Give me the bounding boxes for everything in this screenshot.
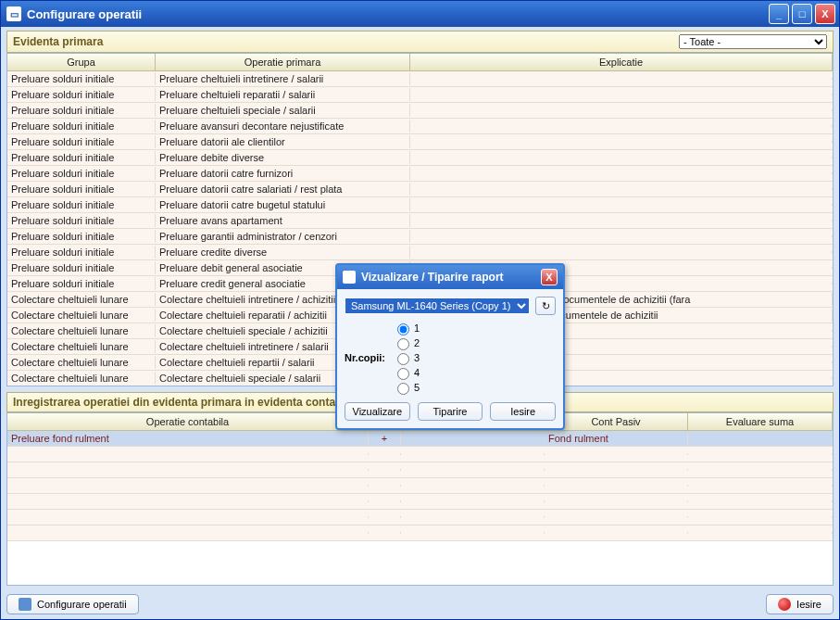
table-row[interactable]: Preluare solduri initialePreluare credit… <box>7 245 833 260</box>
cell-explicatie <box>410 78 833 80</box>
cell-operatie: Preluare credite diverse <box>156 246 410 259</box>
cell-operatie: Preluare garantii administrator / cenzor… <box>156 230 410 243</box>
cell-op-contabila: Preluare fond rulment <box>7 432 369 445</box>
dialog-exit-button[interactable]: Iesire <box>490 402 556 421</box>
dialog-close-button[interactable]: X <box>541 269 558 285</box>
cell-cont-activ <box>401 485 545 487</box>
cell-operatie: Preluare cheltuieli reparatii / salarii <box>156 88 410 101</box>
cell-cont-activ <box>401 469 545 471</box>
cell-cont-activ <box>401 532 545 534</box>
col-cont-pasiv[interactable]: Cont Pasiv <box>545 413 688 430</box>
cell-operatie: Preluare avansuri decontare nejustificat… <box>156 120 410 133</box>
table-row[interactable]: Preluare solduri initialePreluare datori… <box>7 197 833 213</box>
titlebar: ▭ Configurare operatii _ □ X <box>1 1 839 27</box>
minimize-button[interactable]: _ <box>769 4 789 24</box>
cell-plus-minus: + <box>369 432 401 445</box>
dialog-body: Samsung ML-1640 Series (Copy 1) ↻ Nr.cop… <box>337 289 563 428</box>
cell-operatie: Preluare datorii catre salariati / rest … <box>156 183 410 196</box>
footer: Configurare operatii Iesire <box>1 589 839 619</box>
cell-plus-minus <box>369 500 401 502</box>
cell-evaluare <box>688 453 833 455</box>
cell-grupa: Colectare cheltuieli lunare <box>7 324 156 337</box>
cell-grupa: Preluare solduri initiale <box>7 230 156 243</box>
cell-cont-pasiv <box>545 453 688 455</box>
top-panel-header: Evidenta primara - Toate - <box>6 31 834 53</box>
cell-grupa: Colectare cheltuieli lunare <box>7 372 156 385</box>
table-row[interactable]: Preluare solduri initialePreluare debite… <box>7 150 833 166</box>
close-button[interactable]: X <box>815 4 835 24</box>
cell-cont-activ <box>401 453 545 455</box>
cell-explicatie <box>410 125 833 127</box>
cell-explicatie <box>410 220 833 221</box>
print-button[interactable]: Tiparire <box>418 402 483 421</box>
col-evaluare[interactable]: Evaluare suma <box>688 413 833 430</box>
col-op-contabila[interactable]: Operatie contabila <box>7 413 369 430</box>
cell-op-contabila <box>7 453 369 455</box>
cell-cont-pasiv <box>545 532 688 534</box>
table-row[interactable] <box>7 478 833 494</box>
table-row[interactable]: Preluare solduri initialePreluare cheltu… <box>7 87 833 103</box>
cell-evaluare <box>688 437 833 439</box>
gear-icon <box>19 598 31 611</box>
table-row[interactable]: Preluare solduri initialePreluare datori… <box>7 134 833 150</box>
table-row[interactable]: Preluare solduri initialePreluare cheltu… <box>7 103 833 119</box>
table-row[interactable] <box>7 494 833 510</box>
cell-operatie: Preluare cheltuieli speciale / salarii <box>156 104 410 117</box>
col-explicatie[interactable]: Explicatie <box>410 54 833 70</box>
exit-button[interactable]: Iesire <box>766 594 834 614</box>
dialog-title: Vizualizare / Tiparire raport <box>361 271 504 284</box>
printer-select[interactable]: Samsung ML-1640 Series (Copy 1) <box>345 297 530 314</box>
cell-plus-minus <box>369 485 401 487</box>
table-row[interactable] <box>7 462 833 478</box>
cell-grupa: Preluare solduri initiale <box>7 183 156 196</box>
filter-select[interactable]: - Toate - <box>679 34 827 49</box>
cell-evaluare <box>688 500 833 502</box>
copies-radio[interactable] <box>397 353 409 365</box>
table-row[interactable]: Preluare solduri initialePreluare cheltu… <box>7 71 833 87</box>
cell-op-contabila <box>7 500 369 502</box>
cell-plus-minus <box>369 469 401 471</box>
refresh-button[interactable]: ↻ <box>535 297 556 315</box>
cell-grupa: Preluare solduri initiale <box>7 104 156 117</box>
power-icon <box>778 598 791 611</box>
bottom-grid-body[interactable]: Preluare fond rulment+Fond rulment <box>7 431 833 585</box>
copies-radio[interactable] <box>397 368 409 380</box>
cell-grupa: Preluare solduri initiale <box>7 261 156 274</box>
table-row[interactable]: Preluare solduri initialePreluare garant… <box>7 229 833 245</box>
cell-plus-minus <box>369 516 401 518</box>
cell-evaluare <box>688 516 833 518</box>
table-row[interactable] <box>7 525 833 541</box>
configure-button[interactable]: Configurare operatii <box>6 594 139 614</box>
table-row[interactable] <box>7 447 833 462</box>
configure-label: Configurare operatii <box>37 599 127 610</box>
cell-grupa: Preluare solduri initiale <box>7 246 156 259</box>
copies-radio[interactable] <box>397 338 409 350</box>
cell-grupa: Preluare solduri initiale <box>7 214 156 227</box>
copies-radio[interactable] <box>397 383 409 395</box>
copies-option[interactable]: 4 <box>393 365 420 380</box>
copies-radio[interactable] <box>397 323 409 335</box>
copies-option[interactable]: 3 <box>393 350 420 365</box>
table-row[interactable]: Preluare solduri initialePreluare datori… <box>7 182 833 197</box>
refresh-icon: ↻ <box>542 300 550 312</box>
copies-option[interactable]: 5 <box>393 380 420 395</box>
preview-button[interactable]: Vizualizare <box>345 402 410 421</box>
cell-grupa: Preluare solduri initiale <box>7 88 156 101</box>
cell-cont-activ <box>401 500 545 502</box>
copies-option[interactable]: 1 <box>393 321 420 335</box>
table-row[interactable]: Preluare fond rulment+Fond rulment <box>7 431 833 447</box>
copies-option[interactable]: 2 <box>393 335 420 350</box>
table-row[interactable]: Preluare solduri initialePreluare datori… <box>7 166 833 182</box>
table-row[interactable] <box>7 510 833 525</box>
col-operatie[interactable]: Operatie primara <box>156 54 410 70</box>
cell-cont-pasiv: Fond rulment <box>545 432 688 445</box>
cell-operatie: Preluare avans apartament <box>156 214 410 227</box>
table-row[interactable]: Preluare solduri initialePreluare avans … <box>7 213 833 229</box>
table-row[interactable]: Preluare solduri initialePreluare avansu… <box>7 119 833 134</box>
cell-grupa: Preluare solduri initiale <box>7 72 156 85</box>
maximize-button[interactable]: □ <box>792 4 812 24</box>
cell-grupa: Colectare cheltuieli lunare <box>7 309 156 322</box>
col-grupa[interactable]: Grupa <box>7 54 156 70</box>
cell-cont-activ <box>401 437 545 439</box>
cell-explicatie <box>410 188 833 190</box>
